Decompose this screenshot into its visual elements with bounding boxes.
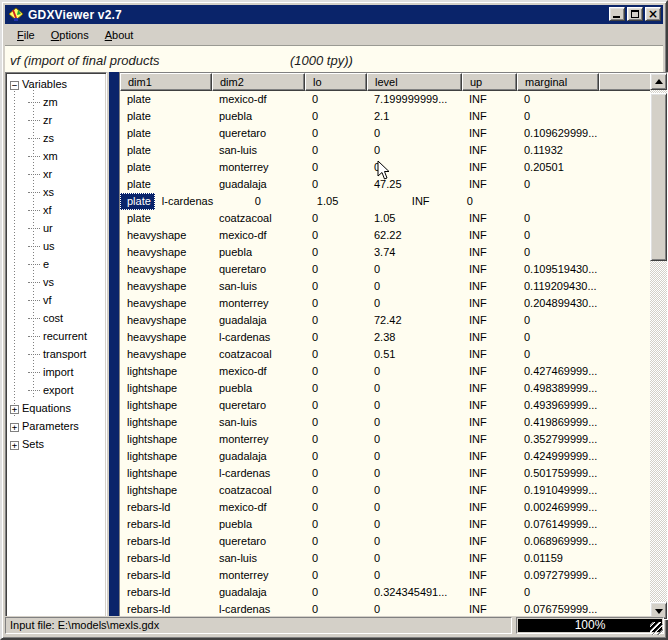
column-header-up[interactable]: up (462, 73, 517, 91)
grid-cell[interactable]: lightshape (120, 465, 212, 482)
grid-cell[interactable]: 0.204899430... (517, 295, 599, 312)
grid-cell[interactable]: 1.05 (310, 193, 405, 210)
grid-cell[interactable]: INF (462, 346, 517, 363)
grid-cell[interactable]: 0 (305, 142, 367, 159)
grid-cell[interactable]: 0 (517, 210, 599, 227)
grid-cell[interactable]: 0 (517, 91, 599, 108)
tree-item-import[interactable]: import (6, 363, 106, 381)
grid-cell[interactable]: plate (120, 193, 155, 210)
tree-item-xs[interactable]: xs (6, 183, 106, 201)
grid-cell[interactable]: 0 (367, 482, 462, 499)
menu-about[interactable]: About (97, 27, 142, 43)
grid-cell[interactable]: lightshape (120, 363, 212, 380)
grid-cell[interactable]: 0 (305, 482, 367, 499)
grid-cell[interactable]: lightshape (120, 431, 212, 448)
tree-item-vf[interactable]: vf (6, 291, 106, 309)
grid-cell[interactable]: 0 (367, 550, 462, 567)
grid-cell[interactable]: 0 (367, 499, 462, 516)
grid-cell[interactable]: INF (462, 550, 517, 567)
grid-cell[interactable]: monterrey (212, 159, 305, 176)
grid-cell[interactable]: 0.11932 (517, 142, 599, 159)
grid-cell[interactable]: 0 (305, 295, 367, 312)
column-header-level[interactable]: level (367, 73, 462, 91)
grid-cell[interactable]: 0 (367, 516, 462, 533)
tree-item-zr[interactable]: zr (6, 111, 106, 129)
grid-cell[interactable]: guadalaja (212, 312, 305, 329)
grid-cell[interactable]: INF (462, 261, 517, 278)
resize-grip-icon[interactable] (650, 622, 663, 635)
grid-cell[interactable]: 0 (367, 261, 462, 278)
close-button[interactable]: × (645, 7, 661, 21)
menu-file[interactable]: File (9, 27, 43, 43)
grid-cell[interactable]: monterrey (212, 567, 305, 584)
grid-cell[interactable]: queretaro (212, 397, 305, 414)
grid-cell[interactable]: mexico-df (212, 91, 305, 108)
column-header-marginal[interactable]: marginal (517, 73, 599, 91)
grid-cell[interactable]: guadalaja (212, 176, 305, 193)
grid-cell[interactable]: plate (120, 125, 212, 142)
grid-cell[interactable]: san-luis (212, 550, 305, 567)
grid-cell[interactable]: 0 (305, 380, 367, 397)
grid-cell[interactable]: 0 (305, 210, 367, 227)
grid-cell[interactable]: INF (462, 227, 517, 244)
grid-cell[interactable]: INF (462, 482, 517, 499)
grid-cell[interactable]: INF (462, 278, 517, 295)
grid-cell[interactable]: INF (462, 176, 517, 193)
grid-cell[interactable]: 0 (305, 91, 367, 108)
grid-cell[interactable]: 0.324345491... (367, 584, 462, 601)
grid-cell[interactable]: rebars-ld (120, 584, 212, 601)
grid-cell[interactable]: l-cardenas (212, 465, 305, 482)
grid-cell[interactable]: INF (462, 295, 517, 312)
grid-cell[interactable]: INF (462, 567, 517, 584)
grid-cell[interactable]: queretaro (212, 125, 305, 142)
tree-item-xr[interactable]: xr (6, 165, 106, 183)
grid-cell[interactable]: heavyshape (120, 295, 212, 312)
expand-icon[interactable]: + (10, 441, 19, 450)
grid-cell[interactable]: coatzacoal (212, 210, 305, 227)
expand-icon[interactable]: + (10, 423, 19, 432)
grid-cell[interactable]: l-cardenas (155, 193, 248, 210)
grid-cell[interactable]: 0 (305, 584, 367, 601)
grid-cell[interactable]: INF (462, 397, 517, 414)
grid-cell[interactable]: heavyshape (120, 244, 212, 261)
column-header-lo[interactable]: lo (305, 73, 367, 91)
grid-cell[interactable]: 0 (517, 346, 599, 363)
grid-cell[interactable]: lightshape (120, 414, 212, 431)
grid-cell[interactable]: 0 (305, 363, 367, 380)
grid-cell[interactable]: 0 (305, 244, 367, 261)
tree-item-zm[interactable]: zm (6, 93, 106, 111)
panel-splitter[interactable] (109, 72, 119, 620)
grid-cell[interactable]: 0.352799999... (517, 431, 599, 448)
grid-cell[interactable]: 0.119209430... (517, 278, 599, 295)
grid-cell[interactable]: 0 (517, 108, 599, 125)
grid-cell[interactable]: 0 (305, 261, 367, 278)
grid-cell[interactable]: 0 (367, 159, 462, 176)
grid-cell[interactable]: INF (462, 244, 517, 261)
grid-cell[interactable]: heavyshape (120, 346, 212, 363)
grid-cell[interactable]: INF (462, 91, 517, 108)
grid-cell[interactable]: 0 (367, 363, 462, 380)
tree-item-recurrent[interactable]: recurrent (6, 327, 106, 345)
grid-cell[interactable]: mexico-df (212, 499, 305, 516)
scroll-up-button[interactable] (650, 73, 667, 90)
grid-cell[interactable]: 0 (305, 108, 367, 125)
grid-cell[interactable]: 0.191049999... (517, 482, 599, 499)
grid-cell[interactable]: 0 (305, 567, 367, 584)
grid-cell[interactable]: plate (120, 91, 212, 108)
grid-cell[interactable]: 0 (305, 346, 367, 363)
grid-cell[interactable]: plate (120, 142, 212, 159)
grid-cell[interactable]: 0 (460, 193, 542, 210)
collapse-icon[interactable]: − (10, 81, 19, 90)
grid-cell[interactable]: 0.109519430... (517, 261, 599, 278)
grid-cell[interactable]: plate (120, 108, 212, 125)
grid-cell[interactable]: lightshape (120, 380, 212, 397)
grid-cell[interactable]: 0 (367, 278, 462, 295)
grid-cell[interactable]: 1.05 (367, 210, 462, 227)
grid-cell[interactable]: 0 (367, 125, 462, 142)
grid-cell[interactable]: 2.1 (367, 108, 462, 125)
grid-cell[interactable]: 0 (367, 142, 462, 159)
grid-cell[interactable]: 0 (367, 397, 462, 414)
grid-cell[interactable]: rebars-ld (120, 516, 212, 533)
grid-cell[interactable]: guadalaja (212, 448, 305, 465)
grid-cell[interactable]: rebars-ld (120, 550, 212, 567)
